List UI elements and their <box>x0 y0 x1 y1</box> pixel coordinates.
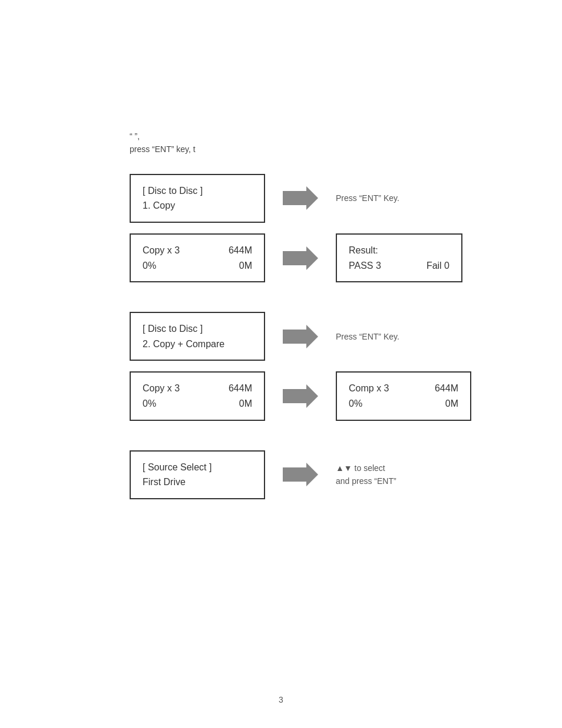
section3-menu-line2: First Drive <box>143 475 252 490</box>
section2-menu-line2: 2. Copy + Compare <box>143 337 252 352</box>
page-content: “ ”, press “ENT” key, t [ Disc to Disc ]… <box>0 0 562 564</box>
section2: [ Disc to Disc ] 2. Copy + Compare Press… <box>130 312 515 420</box>
section2-written: 0M <box>239 396 252 411</box>
section2-row1: [ Disc to Disc ] 2. Copy + Compare Press… <box>130 312 515 361</box>
intro-text: “ ”, press “ENT” key, t <box>130 130 515 156</box>
section1-arrow1 <box>283 186 318 210</box>
section1-menu-line2: 1. Copy <box>143 198 252 213</box>
section3-row1: [ Source Select ] First Drive ▲▼ to sele… <box>130 450 515 499</box>
section1-result-line2: PASS 3 Fail 0 <box>349 258 449 274</box>
section2-arrow1 <box>283 325 318 348</box>
section3-menu-box: [ Source Select ] First Drive <box>130 450 265 499</box>
section1-pass: PASS 3 <box>349 258 381 274</box>
intro-line2: press “ENT” key, t <box>130 143 515 156</box>
section2-progress-row1: Copy x 3 644M <box>143 381 252 396</box>
section2-progress-row2: 0% 0M <box>143 396 252 411</box>
section1-result-line1: Result: <box>349 243 449 258</box>
section1-menu-line1: [ Disc to Disc ] <box>143 183 252 199</box>
section2-arrow2 <box>283 384 318 408</box>
section1-result-box: Result: PASS 3 Fail 0 <box>336 233 462 282</box>
section2-comp-percent: 0% <box>349 396 362 411</box>
section3-instruction-line2: and press “ENT” <box>336 475 396 487</box>
section1-instruction1: Press “ENT” Key. <box>336 193 399 203</box>
section1-row1: [ Disc to Disc ] 1. Copy Press “ENT” Key… <box>130 174 515 223</box>
section2-comp-label: Comp x 3 <box>349 381 389 396</box>
section2-comp-row1: Comp x 3 644M <box>349 381 458 396</box>
section2-comp-row2: 0% 0M <box>349 396 458 411</box>
section3-menu-line1: [ Source Select ] <box>143 460 252 475</box>
section2-instruction1: Press “ENT” Key. <box>336 332 399 341</box>
section2-comp-size: 644M <box>435 381 458 396</box>
section2-progress-box: Copy x 3 644M 0% 0M <box>130 371 265 420</box>
section1-written: 0M <box>239 258 252 274</box>
section1: [ Disc to Disc ] 1. Copy Press “ENT” Key… <box>130 174 515 282</box>
svg-marker-0 <box>283 186 318 210</box>
section3-instruction-line1: ▲▼ to select <box>336 462 396 475</box>
section3: [ Source Select ] First Drive ▲▼ to sele… <box>130 450 515 499</box>
section1-progress-box: Copy x 3 644M 0% 0M <box>130 233 265 282</box>
page-number: 3 <box>279 695 283 704</box>
svg-marker-1 <box>283 246 318 270</box>
section2-row2: Copy x 3 644M 0% 0M Comp x 3 644M 0% 0M <box>130 371 515 420</box>
section1-menu-box: [ Disc to Disc ] 1. Copy <box>130 174 265 223</box>
section1-row2: Copy x 3 644M 0% 0M Result: PASS 3 Fail … <box>130 233 515 282</box>
section1-copy-label: Copy x 3 <box>143 243 180 258</box>
section1-progress-row1: Copy x 3 644M <box>143 243 252 258</box>
intro-line1: “ ”, <box>130 130 515 143</box>
section2-copy-label: Copy x 3 <box>143 381 180 396</box>
section1-fail: Fail 0 <box>427 258 449 274</box>
section2-copy-size: 644M <box>229 381 252 396</box>
section2-menu-box: [ Disc to Disc ] 2. Copy + Compare <box>130 312 265 361</box>
section2-comp-box: Comp x 3 644M 0% 0M <box>336 371 471 420</box>
section1-copy-size: 644M <box>229 243 252 258</box>
section1-percent: 0% <box>143 258 156 274</box>
svg-marker-3 <box>283 384 318 408</box>
section3-instruction: ▲▼ to select and press “ENT” <box>336 462 396 488</box>
section1-arrow2 <box>283 246 318 270</box>
section2-menu-line1: [ Disc to Disc ] <box>143 321 252 337</box>
section3-arrow1 <box>283 463 318 486</box>
svg-marker-4 <box>283 463 318 486</box>
section2-comp-written: 0M <box>445 396 458 411</box>
section1-progress-row2: 0% 0M <box>143 258 252 274</box>
svg-marker-2 <box>283 325 318 348</box>
section2-percent: 0% <box>143 396 156 411</box>
